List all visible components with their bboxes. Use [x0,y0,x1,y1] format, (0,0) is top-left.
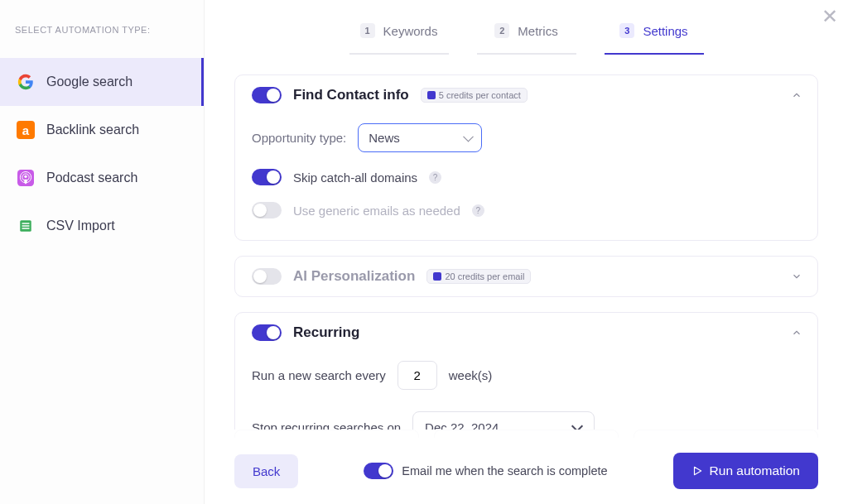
back-button[interactable]: Back [234,454,298,488]
footer-bar: Back Email me when the search is complet… [205,438,848,504]
generic-emails-label: Use generic emails as needed [293,204,460,218]
find-contact-toggle[interactable] [252,87,282,103]
stop-date-select[interactable]: Dec 22, 2024 [412,411,595,430]
email-on-complete-label: Email me when the search is complete [402,464,607,478]
tab-keywords[interactable]: 1 Keywords [349,15,449,55]
run-automation-button[interactable]: Run automation [673,453,818,489]
credits-badge: 5 credits per contact [421,88,528,103]
summary-boxes [234,430,818,438]
card-title: Find Contact info [293,87,409,103]
settings-content: Find Contact info 5 credits per contact … [205,55,848,430]
recurring-toggle[interactable] [252,324,282,341]
opportunity-type-select[interactable]: News [358,123,482,152]
run-every-input[interactable] [398,361,437,390]
sidebar-item-backlink-search[interactable]: a Backlink search [0,106,204,154]
chevron-down-icon[interactable] [791,271,802,282]
google-icon [17,73,35,91]
sidebar-title: SELECT AUTOMATION TYPE: [0,25,204,58]
find-contact-card: Find Contact info 5 credits per contact … [234,74,818,241]
svg-rect-6 [22,225,30,227]
sidebar-item-google-search[interactable]: Google search [0,58,204,106]
chevron-up-icon[interactable] [791,89,802,101]
svg-point-1 [24,175,26,178]
tab-number: 1 [360,23,375,38]
email-on-complete-toggle[interactable] [364,463,393,479]
sidebar-item-label: CSV Import [46,218,115,233]
summary-box [434,430,619,438]
sidebar-item-label: Podcast search [46,170,137,185]
main-panel: ✕ 1 Keywords 2 Metrics 3 Settings Find C… [205,0,848,504]
tab-number: 2 [494,23,509,38]
recurring-card: Recurring Run a new search every week(s)… [234,312,818,430]
sidebar-item-label: Google search [46,74,132,89]
run-every-prefix: Run a new search every [252,368,386,382]
ai-personalization-card: AI Personalization 20 credits per email [234,256,818,297]
ahrefs-icon: a [17,121,35,139]
wizard-tabs: 1 Keywords 2 Metrics 3 Settings [205,0,848,55]
sidebar: SELECT AUTOMATION TYPE: Google search a … [0,0,205,504]
close-icon[interactable]: ✕ [822,5,838,28]
stop-recurring-label: Stop recurring searches on [252,420,401,430]
card-title: Recurring [293,324,359,341]
tab-number: 3 [619,23,634,38]
tab-label: Keywords [383,24,438,38]
help-icon[interactable]: ? [472,204,484,217]
run-every-suffix: week(s) [449,368,493,382]
sidebar-item-csv-import[interactable]: CSV Import [0,202,204,250]
card-title: AI Personalization [293,268,415,285]
chevron-up-icon[interactable] [791,327,802,338]
tab-label: Settings [643,24,687,38]
summary-box [234,430,419,438]
sidebar-item-label: Backlink search [46,122,139,137]
opportunity-type-label: Opportunity type: [252,131,346,145]
tab-metrics[interactable]: 2 Metrics [477,15,576,55]
ai-personalization-toggle[interactable] [252,268,282,285]
sidebar-item-podcast-search[interactable]: Podcast search [0,154,204,202]
svg-rect-5 [22,223,30,224]
tab-settings[interactable]: 3 Settings [605,15,704,55]
summary-box [634,430,818,438]
tab-label: Metrics [518,24,557,38]
help-icon[interactable]: ? [429,171,441,184]
svg-rect-7 [22,228,30,229]
csv-icon [17,217,35,235]
generic-emails-toggle[interactable] [252,202,282,218]
credits-badge: 20 credits per email [426,269,531,284]
skip-catchall-toggle[interactable] [252,169,282,185]
skip-catchall-label: Skip catch-all domains [293,170,417,185]
podcast-icon [17,169,35,187]
play-icon [691,465,703,477]
